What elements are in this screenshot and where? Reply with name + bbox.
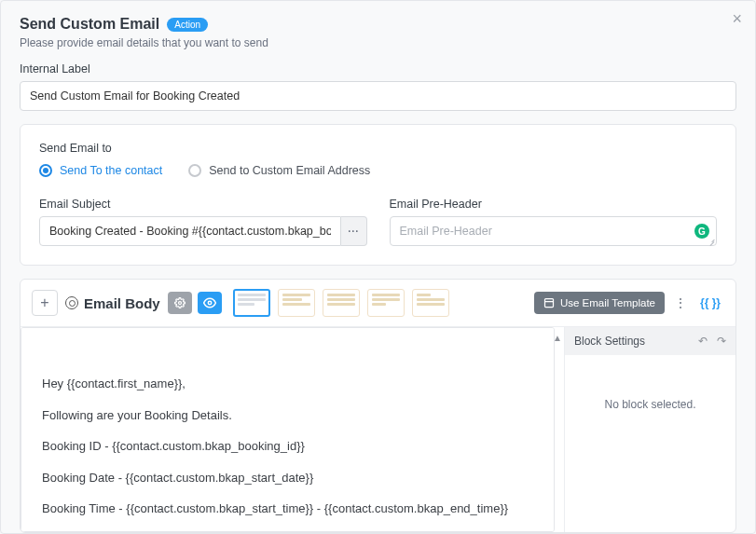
internal-label-input[interactable] — [20, 81, 736, 111]
subject-label: Email Subject — [39, 198, 367, 211]
radio-send-to-custom[interactable]: Send to Custom Email Address — [188, 164, 370, 177]
body-line: Booking Time - {{contact.custom.bkap_sta… — [42, 500, 533, 518]
modal-title: Send Custom Email — [20, 16, 159, 33]
resize-handle-icon[interactable] — [708, 237, 715, 244]
block-settings-empty: No block selected. — [604, 398, 695, 411]
redo-icon[interactable]: ↷ — [717, 335, 726, 348]
subject-merge-tags-button[interactable]: ··· — [341, 216, 367, 246]
preheader-input[interactable] — [390, 216, 718, 246]
layout-option-4[interactable] — [367, 289, 405, 317]
svg-point-1 — [208, 301, 212, 305]
body-line: Following are your Booking Details. — [42, 406, 533, 425]
email-body-editor: + Email Body — [20, 279, 736, 533]
radio-label: Send To the contact — [60, 164, 162, 177]
email-body-title: Email Body — [65, 295, 160, 311]
settings-button[interactable] — [168, 292, 192, 314]
svg-point-0 — [178, 302, 181, 305]
send-to-radio-group: Send To the contact Send to Custom Email… — [39, 164, 717, 177]
subject-input[interactable] — [39, 216, 341, 246]
send-to-label: Send Email to — [39, 142, 717, 155]
close-icon[interactable]: × — [732, 10, 742, 27]
editor-toolbar: + Email Body — [21, 280, 735, 327]
undo-icon[interactable]: ↶ — [698, 335, 708, 348]
internal-label-label: Internal Label — [20, 62, 736, 75]
scroll-up-icon[interactable]: ▲ — [553, 333, 562, 343]
use-email-template-button[interactable]: Use Email Template — [534, 292, 665, 314]
canvas-wrap: ▲ Hey {{contact.first_name}}, Following … — [21, 327, 564, 532]
modal-subtitle: Please provide email details that you wa… — [20, 36, 736, 49]
radio-icon — [39, 164, 52, 177]
internal-label-section: Internal Label — [1, 62, 755, 111]
layout-option-5[interactable] — [412, 289, 449, 317]
email-body-title-text: Email Body — [84, 295, 160, 311]
body-line: Booking ID - {{contact.custom.bkap_booki… — [42, 437, 533, 456]
block-settings-title: Block Settings — [574, 335, 645, 348]
preheader-col: Email Pre-Header G — [390, 198, 718, 246]
body-line: Booking Date - {{contact.custom.bkap_sta… — [42, 469, 533, 487]
send-custom-email-modal: Send Custom Email Action Please provide … — [0, 0, 756, 534]
modal-header: Send Custom Email Action Please provide … — [1, 1, 755, 62]
preview-button[interactable] — [198, 292, 222, 314]
layout-option-3[interactable] — [323, 289, 360, 317]
block-settings-panel: Block Settings ↶ ↷ No block selected. — [564, 327, 735, 532]
radio-label: Send to Custom Email Address — [209, 164, 370, 177]
radio-send-to-contact[interactable]: Send To the contact — [39, 164, 162, 177]
email-settings-panel: Send Email to Send To the contact Send t… — [20, 124, 736, 266]
preheader-label: Email Pre-Header — [390, 198, 718, 211]
merge-tags-button[interactable]: {{ }} — [696, 296, 724, 309]
body-line: Hey {{contact.first_name}}, — [42, 375, 533, 393]
svg-rect-2 — [544, 299, 553, 308]
use-template-label: Use Email Template — [560, 297, 655, 308]
layout-option-2[interactable] — [278, 289, 315, 317]
action-badge: Action — [167, 18, 208, 32]
subject-col: Email Subject ··· — [39, 198, 367, 246]
more-options-button[interactable]: ⋮ — [672, 291, 689, 315]
add-block-button[interactable]: + — [32, 290, 58, 316]
layout-option-1[interactable] — [233, 289, 270, 317]
radio-icon — [188, 164, 201, 177]
target-icon — [65, 296, 78, 309]
email-body-canvas[interactable]: Hey {{contact.first_name}}, Following ar… — [21, 327, 555, 532]
layout-thumbnails — [233, 289, 449, 317]
